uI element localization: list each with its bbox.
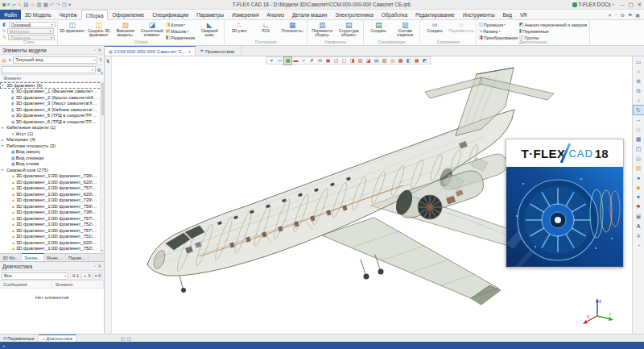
document-tab[interactable]: ▦ ССМ-000-000-000 Самолет С... ✕	[105, 46, 196, 56]
viewport-tool-icon[interactable]: ⊞	[316, 57, 324, 64]
ribbon-tab[interactable]: Спецификации	[148, 10, 192, 19]
quick-access-icon[interactable]: ↷	[56, 1, 60, 9]
ribbon-button[interactable]: ▧ Внешняя модель▾	[113, 21, 138, 38]
ribbon-button[interactable]: ◫ Создать 3D фрагмент	[86, 21, 112, 38]
viewport-tool-icon[interactable]: ▬	[292, 57, 299, 64]
style-combobox[interactable]: Материал▾	[7, 28, 54, 34]
tree-item[interactable]: ▲ 3D фрагмент_1\3D фрагмент_752\Сва...	[0, 222, 104, 228]
ribbon-tab[interactable]: Инструменты	[459, 10, 499, 19]
tree-item[interactable]: ▦ Вид спереди	[0, 155, 104, 161]
column-header-messages[interactable]: Сообщения	[0, 281, 52, 288]
viewport-tool-icon[interactable]: ▦	[284, 57, 291, 64]
view-tool-icon[interactable]: ●	[634, 173, 644, 182]
quick-access-icon[interactable]: ≡	[7, 1, 10, 9]
ribbon-tab[interactable]: 3D Модель	[21, 10, 56, 19]
diagnostics-badge[interactable]: ▲ 0	[81, 272, 93, 280]
tree-item[interactable]: ◉ 3D фрагмент_6 (ТРД в гондоле\ТРДГ-1...	[0, 118, 104, 125]
view-tool-icon[interactable]: ◫	[634, 144, 644, 153]
pin-icon[interactable]: ▫	[93, 48, 95, 52]
viewport-tool-icon[interactable]: ▨	[389, 57, 396, 64]
viewport-tool-icon[interactable]: ✓	[300, 57, 308, 64]
ribbon-button[interactable]: ▦ Плоскость▾	[279, 21, 305, 38]
viewport-tool-icon[interactable]: ◪	[365, 57, 372, 64]
viewport-tool-icon[interactable]: ✗	[308, 57, 316, 64]
tree-item[interactable]: ▲ 3D фрагмент_1\3D фрагмент_757\Сва...	[0, 227, 104, 234]
orientation-triad[interactable]: X Y Z	[580, 295, 615, 327]
quick-access-icon[interactable]: ◙	[2, 1, 6, 9]
tree-mode-icon[interactable]: ▼	[8, 58, 11, 62]
view-tool-icon[interactable]: ▦	[634, 135, 644, 143]
ribbon-button[interactable]: ▤ Создать	[365, 21, 391, 38]
ribbon-button[interactable]: ◪ Ссылочный элемент	[139, 21, 165, 38]
expand-arrow-icon[interactable]: ▾	[2, 168, 6, 172]
ribbon-tab[interactable]: Измерения	[228, 10, 262, 19]
document-tab[interactable]: ⚑ Приветствие	[196, 46, 241, 56]
ribbon-small-button[interactable]: ◨ Преобразования	[478, 35, 518, 40]
sidebar-tab[interactable]: Элеме...	[22, 253, 44, 261]
viewport-tool-icon[interactable]: ▾	[268, 57, 275, 64]
view-tool-icon[interactable]: ∩	[634, 67, 644, 76]
ribbon-button[interactable]: ◫ 3D фрагмент	[60, 21, 85, 38]
ribbon-button[interactable]: ∞ Переместить	[448, 21, 474, 38]
diagnostics-badge[interactable]: ● 0	[93, 272, 102, 280]
quick-access-icon[interactable]: ✎	[18, 1, 22, 9]
search-icon[interactable]	[97, 69, 101, 72]
ribbon-tab[interactable]: Детали машин	[288, 10, 331, 19]
expand-arrow-icon[interactable]: ▾	[2, 83, 6, 87]
viewport-tool-icon[interactable]: ◩	[421, 57, 428, 64]
ribbon-tab[interactable]: Электротехника	[331, 10, 377, 19]
viewport-tool-icon[interactable]: ▧	[381, 57, 388, 64]
ribbon-button[interactable]: ▤ Структура сборки▾	[336, 21, 361, 38]
ribbon-button[interactable]: ∟ ЛСК	[253, 21, 279, 38]
view-tool-icon[interactable]: ↔	[634, 115, 644, 124]
tree-item[interactable]: ◧ 3D фрагмент_1 (Фюзеляж самолета\Ф...	[0, 89, 104, 95]
tree-item[interactable]: ▲ 3D фрагмент_1\3D фрагмент_757\Сва...	[0, 185, 104, 192]
viewport-tool-icon[interactable]: ▥	[357, 57, 364, 64]
viewport-tool-icon[interactable]: ▤	[373, 57, 380, 64]
window-control-button[interactable]: ─	[621, 2, 625, 8]
view-tool-icon[interactable]: ◇	[634, 125, 644, 134]
folder-icon[interactable]: ▤	[2, 57, 6, 63]
ribbon-small-button[interactable]: ◫ Проекция ▾	[478, 22, 518, 27]
ribbon-tab[interactable]: Оформление	[108, 10, 148, 19]
tflex-docs-button[interactable]: T-FLEX DOCs ▾	[572, 2, 614, 7]
tree-item[interactable]: ▾ Рабочая плоскость (3)	[0, 143, 104, 149]
tree-item[interactable]: ◧ 3D фрагмент_3 (Хвост самолета\ХС-1-...	[0, 101, 104, 107]
close-tab-icon[interactable]: ✕	[188, 49, 191, 54]
ribbon-button[interactable]: ∴ 3D узел	[226, 21, 252, 38]
tree-item[interactable]: ▾ Кабельные модели (1)	[0, 125, 104, 131]
tree-item[interactable]: ◧ 3D фрагмент_2 (Крыло самолета\КРС...	[0, 94, 104, 101]
status-icon[interactable]: »	[2, 343, 5, 348]
view-tool-icon[interactable]: ◔	[634, 241, 644, 250]
tree-item[interactable]: ▸ Материал (4)	[0, 137, 104, 143]
scrollbar-thumb[interactable]	[101, 83, 104, 115]
tree-item[interactable]: ▲ 3D фрагмент_1\3D фрагмент_736\Сва...	[0, 173, 104, 180]
menu-extra-icon[interactable]: ◌	[614, 12, 617, 17]
view-tool-icon[interactable]: ▭	[634, 57, 644, 66]
search-input[interactable]: ▾	[2, 66, 96, 73]
ribbon-small-button[interactable]: ◨ Копия ▾	[166, 22, 196, 27]
tree-item[interactable]: ▲ 3D фрагмент_1\3D фрагмент_738\Сва...	[0, 210, 104, 216]
menu-extra-icon[interactable]: ⚙	[621, 12, 625, 18]
ribbon-small-button[interactable]: ◧ Разделение	[166, 35, 196, 40]
quick-access-icon[interactable]: ▥	[37, 1, 42, 9]
view-tool-icon[interactable]: A	[634, 231, 644, 240]
view-tool-icon[interactable]: ▼	[634, 193, 644, 202]
viewport-tool-icon[interactable]: ▭	[276, 57, 283, 64]
viewport-tool-icon[interactable]: ▣	[324, 57, 332, 64]
engine-cutaway[interactable]	[418, 195, 442, 219]
diagnostics-badge[interactable]: ⊗ 1	[70, 272, 80, 280]
view-tool-icon[interactable]: ⊕	[634, 77, 644, 85]
viewport-tool-icon[interactable]: ▢	[341, 57, 348, 64]
pin-icon[interactable]: ▫	[93, 264, 95, 268]
tree-item[interactable]: ▦ Вид сверху	[0, 149, 104, 156]
tree-item[interactable]: ▲ 3D фрагмент_1\3D фрагмент_620\Сва...	[0, 239, 104, 246]
style-combobox[interactable]: Покрытие▾	[8, 35, 55, 40]
ribbon-button[interactable]: ◣ Сварной шов▾	[196, 21, 222, 38]
ribbon-tab[interactable]: Вид	[499, 10, 517, 19]
ribbon-button[interactable]: ∞ Создать	[422, 21, 448, 38]
sidebar-tab[interactable]: 3D Мо...	[0, 254, 22, 261]
layout-toggle-icon[interactable]: ◫	[126, 335, 131, 341]
quick-access-icon[interactable]: ▦	[43, 1, 48, 9]
ribbon-button[interactable]: ▥ Состав изделия	[392, 21, 418, 38]
